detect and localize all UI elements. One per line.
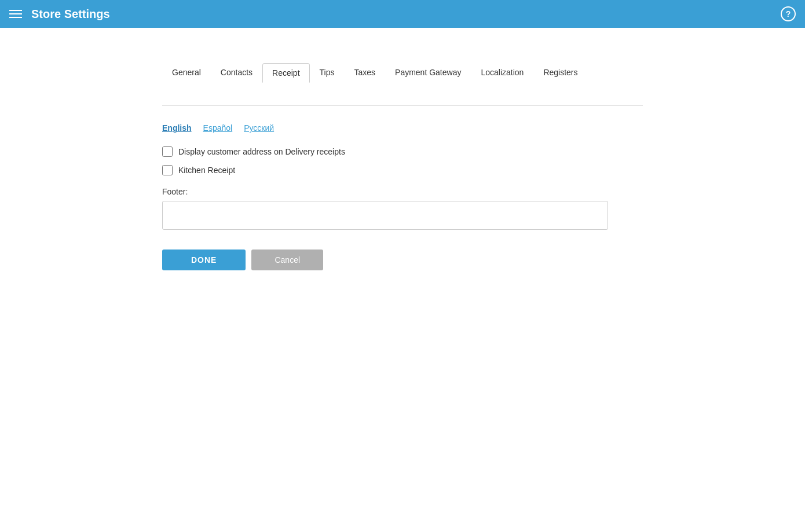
hamburger-icon[interactable] bbox=[9, 10, 22, 18]
lang-tab-english[interactable]: English bbox=[162, 123, 192, 133]
page-title: Store Settings bbox=[31, 8, 110, 21]
done-button[interactable]: DONE bbox=[162, 250, 246, 270]
kitchen-receipt-checkbox[interactable] bbox=[162, 165, 173, 175]
tab-receipt[interactable]: Receipt bbox=[262, 63, 309, 83]
language-tabs: English Español Русский bbox=[162, 123, 643, 133]
cancel-button[interactable]: Cancel bbox=[251, 250, 323, 270]
tab-registers[interactable]: Registers bbox=[533, 63, 587, 82]
tab-payment-gateway[interactable]: Payment Gateway bbox=[385, 63, 471, 82]
delivery-address-row: Display customer address on Delivery rec… bbox=[162, 146, 643, 157]
buttons-row: DONE Cancel bbox=[162, 250, 643, 270]
lang-tab-espanol[interactable]: Español bbox=[203, 123, 233, 133]
delivery-address-label: Display customer address on Delivery rec… bbox=[178, 147, 345, 156]
footer-textarea[interactable] bbox=[162, 201, 608, 230]
header-left: Store Settings bbox=[9, 8, 110, 21]
tab-tips[interactable]: Tips bbox=[310, 63, 345, 82]
kitchen-receipt-label: Kitchen Receipt bbox=[178, 166, 235, 175]
footer-section: Footer: bbox=[162, 187, 643, 232]
tabs-bar: General Contacts Receipt Tips Taxes Paym… bbox=[162, 63, 643, 82]
lang-tab-russian[interactable]: Русский bbox=[244, 123, 274, 133]
tab-taxes[interactable]: Taxes bbox=[344, 63, 385, 82]
header: Store Settings ? bbox=[0, 0, 805, 28]
tab-contacts[interactable]: Contacts bbox=[211, 63, 262, 82]
delivery-address-checkbox[interactable] bbox=[162, 146, 173, 157]
footer-label: Footer: bbox=[162, 187, 643, 196]
help-icon[interactable]: ? bbox=[781, 6, 796, 21]
kitchen-receipt-row: Kitchen Receipt bbox=[162, 165, 643, 175]
tab-localization[interactable]: Localization bbox=[471, 63, 533, 82]
tab-general[interactable]: General bbox=[162, 63, 211, 82]
main-content: General Contacts Receipt Tips Taxes Paym… bbox=[0, 28, 805, 532]
tabs-wrapper: General Contacts Receipt Tips Taxes Paym… bbox=[162, 63, 643, 106]
